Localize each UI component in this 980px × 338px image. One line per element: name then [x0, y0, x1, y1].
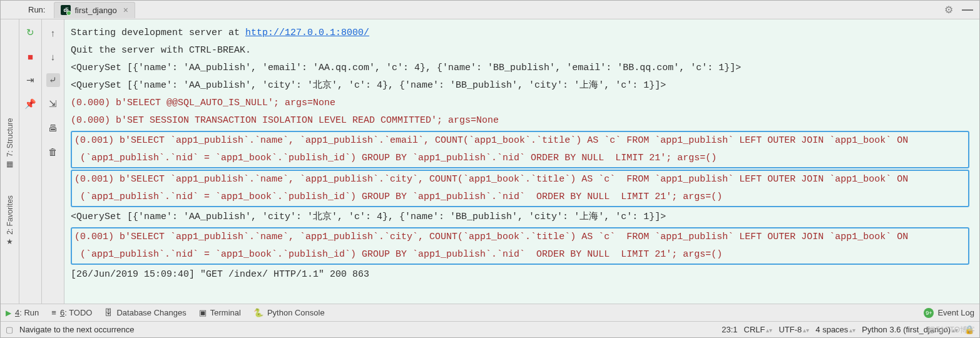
terminal-icon: ▣ — [199, 308, 207, 317]
run-toolbar-col2: ↑ ↓ ⤶ ⇲ 🖶 🗑 — [42, 19, 64, 304]
file-encoding[interactable]: UTF-8▴▾ — [778, 325, 809, 334]
run-header: Run: dj first_django × ⚙ — — [1, 1, 979, 19]
tab-database-changes[interactable]: 🗄Database Changes — [105, 308, 186, 317]
sql-highlight-3: (0.001) b'SELECT `app1_publish`.`name`, … — [71, 227, 969, 265]
indent-setting[interactable]: 4 spaces▴▾ — [815, 325, 855, 334]
tab-todo[interactable]: ≡6: TODO — [51, 308, 92, 317]
django-icon: dj — [61, 5, 71, 15]
close-icon[interactable]: × — [123, 5, 128, 15]
tool-windows-icon[interactable]: ▢ — [6, 325, 13, 334]
server-url-link[interactable]: http://127.0.0.1:8000/ — [245, 28, 369, 38]
watermark: @51CTO博客 — [928, 325, 975, 335]
minimize-icon[interactable]: — — [962, 3, 973, 16]
tab-run[interactable]: ▶4: Run — [6, 308, 39, 317]
scroll-end-icon[interactable]: ⇲ — [46, 97, 60, 111]
tool-window-bar: ▶4: Run ≡6: TODO 🗄Database Changes ▣Term… — [1, 304, 979, 321]
sql-highlight-2: (0.001) b'SELECT `app1_publish`.`name`, … — [71, 170, 969, 207]
side-tab-structure[interactable]: ▦7: Structure — [6, 118, 14, 167]
cursor-position[interactable]: 23:1 — [722, 325, 737, 334]
structure-icon: ▦ — [6, 160, 13, 168]
gear-icon[interactable]: ⚙ — [944, 4, 953, 16]
soft-wrap-icon[interactable]: ⤶ — [46, 73, 60, 87]
tab-label: first_django — [74, 6, 116, 15]
delete-icon[interactable]: 🗑 — [46, 145, 60, 158]
tab-event-log[interactable]: 9+Event Log — [924, 308, 974, 318]
down-arrow-icon[interactable]: ↓ — [46, 49, 60, 63]
pin-icon[interactable]: 📌 — [24, 97, 38, 111]
side-tab-favorites[interactable]: ★2: Favorites — [6, 195, 14, 245]
print-icon[interactable]: 🖶 — [46, 121, 60, 135]
layout-icon[interactable]: ⇥ — [24, 73, 38, 87]
sql-highlight-1: (0.001) b'SELECT `app1_publish`.`name`, … — [71, 131, 969, 168]
console-output[interactable]: Starting development server at http://12… — [64, 19, 979, 304]
play-icon: ▶ — [6, 309, 11, 317]
status-bar: ▢ Navigate to the next occurrence 23:1 C… — [1, 321, 979, 337]
run-label: Run: — [28, 5, 45, 14]
tab-terminal[interactable]: ▣Terminal — [199, 308, 241, 317]
run-tab-first-django[interactable]: dj first_django × — [54, 2, 135, 18]
tab-python-console[interactable]: 🐍Python Console — [253, 308, 325, 317]
todo-icon: ≡ — [51, 308, 56, 317]
notification-badge: 9+ — [924, 308, 934, 318]
side-tab-bar: ▦7: Structure ★2: Favorites — [1, 19, 19, 304]
up-arrow-icon[interactable]: ↑ — [46, 26, 60, 39]
star-icon: ★ — [6, 237, 13, 246]
line-separator[interactable]: CRLF▴▾ — [744, 325, 773, 334]
python-icon: 🐍 — [253, 308, 263, 317]
stop-icon[interactable]: ■ — [24, 49, 38, 63]
run-toolbar-col1: ↻ ■ ⇥ 📌 — [19, 19, 42, 304]
database-icon: 🗄 — [105, 308, 113, 317]
status-message: Navigate to the next occurrence — [19, 325, 135, 334]
rerun-icon[interactable]: ↻ — [24, 26, 38, 39]
